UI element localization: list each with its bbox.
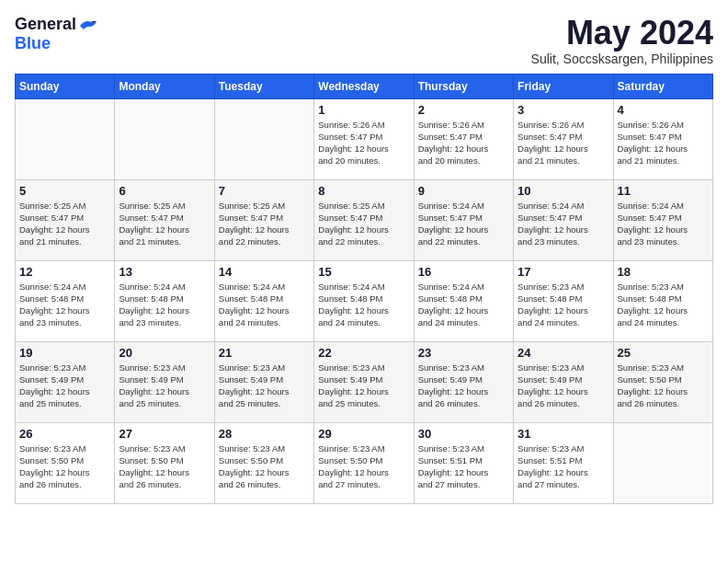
calendar-cell <box>613 422 712 503</box>
day-info: Sunrise: 5:24 AM Sunset: 5:48 PM Dayligh… <box>219 281 310 329</box>
calendar-cell <box>115 98 214 179</box>
calendar-cell <box>214 98 313 179</box>
day-number: 15 <box>318 265 409 279</box>
logo-blue: Blue <box>15 34 51 53</box>
calendar-cell: 22Sunrise: 5:23 AM Sunset: 5:49 PM Dayli… <box>314 341 414 422</box>
day-info: Sunrise: 5:24 AM Sunset: 5:47 PM Dayligh… <box>618 200 709 248</box>
calendar-cell: 2Sunrise: 5:26 AM Sunset: 5:47 PM Daylig… <box>414 98 513 179</box>
day-number: 9 <box>418 184 509 198</box>
day-info: Sunrise: 5:23 AM Sunset: 5:49 PM Dayligh… <box>518 362 609 410</box>
day-number: 23 <box>418 346 509 360</box>
day-info: Sunrise: 5:24 AM Sunset: 5:48 PM Dayligh… <box>19 281 110 329</box>
day-number: 8 <box>318 184 409 198</box>
day-number: 20 <box>119 346 210 360</box>
calendar-cell: 31Sunrise: 5:23 AM Sunset: 5:51 PM Dayli… <box>514 422 613 503</box>
calendar-cell: 8Sunrise: 5:25 AM Sunset: 5:47 PM Daylig… <box>314 179 414 260</box>
calendar-cell: 9Sunrise: 5:24 AM Sunset: 5:47 PM Daylig… <box>414 179 513 260</box>
day-number: 7 <box>219 184 310 198</box>
day-info: Sunrise: 5:24 AM Sunset: 5:48 PM Dayligh… <box>318 281 409 329</box>
header-row: SundayMondayTuesdayWednesdayThursdayFrid… <box>16 74 713 98</box>
calendar-cell: 14Sunrise: 5:24 AM Sunset: 5:48 PM Dayli… <box>214 260 313 341</box>
day-info: Sunrise: 5:23 AM Sunset: 5:49 PM Dayligh… <box>19 362 110 410</box>
day-info: Sunrise: 5:23 AM Sunset: 5:48 PM Dayligh… <box>618 281 709 329</box>
day-info: Sunrise: 5:23 AM Sunset: 5:50 PM Dayligh… <box>119 442 210 491</box>
calendar-cell: 23Sunrise: 5:23 AM Sunset: 5:49 PM Dayli… <box>414 341 513 422</box>
day-header: Monday <box>115 74 214 98</box>
calendar-cell <box>16 98 115 179</box>
calendar-cell: 20Sunrise: 5:23 AM Sunset: 5:49 PM Dayli… <box>115 341 214 422</box>
day-number: 18 <box>618 265 709 279</box>
logo-bird-icon <box>78 17 98 34</box>
day-info: Sunrise: 5:26 AM Sunset: 5:47 PM Dayligh… <box>418 119 509 167</box>
day-number: 11 <box>618 184 709 198</box>
day-header: Thursday <box>414 74 513 98</box>
title-block: May 2024 Sulit, Soccsksargen, Philippine… <box>531 15 713 66</box>
day-info: Sunrise: 5:23 AM Sunset: 5:50 PM Dayligh… <box>219 442 310 491</box>
day-info: Sunrise: 5:24 AM Sunset: 5:47 PM Dayligh… <box>418 200 509 248</box>
day-number: 31 <box>518 427 609 441</box>
calendar-table: SundayMondayTuesdayWednesdayThursdayFrid… <box>15 74 713 504</box>
day-info: Sunrise: 5:23 AM Sunset: 5:49 PM Dayligh… <box>418 362 509 410</box>
day-number: 10 <box>518 184 609 198</box>
day-info: Sunrise: 5:24 AM Sunset: 5:48 PM Dayligh… <box>418 281 509 329</box>
calendar-cell: 17Sunrise: 5:23 AM Sunset: 5:48 PM Dayli… <box>514 260 613 341</box>
day-info: Sunrise: 5:26 AM Sunset: 5:47 PM Dayligh… <box>518 119 609 167</box>
day-number: 25 <box>618 346 709 360</box>
day-info: Sunrise: 5:23 AM Sunset: 5:50 PM Dayligh… <box>19 442 110 491</box>
day-number: 27 <box>119 427 210 441</box>
day-header: Saturday <box>613 74 712 98</box>
day-info: Sunrise: 5:23 AM Sunset: 5:49 PM Dayligh… <box>318 362 409 410</box>
calendar-cell: 29Sunrise: 5:23 AM Sunset: 5:50 PM Dayli… <box>314 422 414 503</box>
calendar-cell: 5Sunrise: 5:25 AM Sunset: 5:47 PM Daylig… <box>16 179 115 260</box>
calendar-cell: 7Sunrise: 5:25 AM Sunset: 5:47 PM Daylig… <box>214 179 313 260</box>
day-info: Sunrise: 5:26 AM Sunset: 5:47 PM Dayligh… <box>318 119 409 167</box>
calendar-cell: 3Sunrise: 5:26 AM Sunset: 5:47 PM Daylig… <box>514 98 613 179</box>
day-number: 13 <box>119 265 210 279</box>
day-number: 12 <box>19 265 110 279</box>
day-number: 26 <box>19 427 110 441</box>
day-number: 24 <box>518 346 609 360</box>
day-header: Wednesday <box>314 74 414 98</box>
day-info: Sunrise: 5:24 AM Sunset: 5:47 PM Dayligh… <box>518 200 609 248</box>
page-header: General Blue May 2024 Sulit, Soccsksarge… <box>15 15 713 66</box>
calendar-cell: 12Sunrise: 5:24 AM Sunset: 5:48 PM Dayli… <box>16 260 115 341</box>
calendar-cell: 18Sunrise: 5:23 AM Sunset: 5:48 PM Dayli… <box>613 260 712 341</box>
calendar-cell: 19Sunrise: 5:23 AM Sunset: 5:49 PM Dayli… <box>16 341 115 422</box>
day-number: 19 <box>19 346 110 360</box>
calendar-cell: 27Sunrise: 5:23 AM Sunset: 5:50 PM Dayli… <box>115 422 214 503</box>
calendar-cell: 6Sunrise: 5:25 AM Sunset: 5:47 PM Daylig… <box>115 179 214 260</box>
calendar-cell: 10Sunrise: 5:24 AM Sunset: 5:47 PM Dayli… <box>514 179 613 260</box>
day-number: 16 <box>418 265 509 279</box>
calendar-cell: 24Sunrise: 5:23 AM Sunset: 5:49 PM Dayli… <box>514 341 613 422</box>
day-header: Sunday <box>16 74 115 98</box>
day-header: Tuesday <box>214 74 313 98</box>
day-number: 1 <box>318 103 409 117</box>
day-info: Sunrise: 5:25 AM Sunset: 5:47 PM Dayligh… <box>19 200 110 248</box>
day-info: Sunrise: 5:23 AM Sunset: 5:50 PM Dayligh… <box>618 362 709 410</box>
calendar-cell: 16Sunrise: 5:24 AM Sunset: 5:48 PM Dayli… <box>414 260 513 341</box>
day-info: Sunrise: 5:25 AM Sunset: 5:47 PM Dayligh… <box>219 200 310 248</box>
calendar-cell: 30Sunrise: 5:23 AM Sunset: 5:51 PM Dayli… <box>414 422 513 503</box>
day-number: 17 <box>518 265 609 279</box>
day-number: 14 <box>219 265 310 279</box>
calendar-week-row: 12Sunrise: 5:24 AM Sunset: 5:48 PM Dayli… <box>16 260 713 341</box>
day-number: 3 <box>518 103 609 117</box>
calendar-week-row: 26Sunrise: 5:23 AM Sunset: 5:50 PM Dayli… <box>16 422 713 503</box>
day-info: Sunrise: 5:23 AM Sunset: 5:48 PM Dayligh… <box>518 281 609 329</box>
calendar-week-row: 1Sunrise: 5:26 AM Sunset: 5:47 PM Daylig… <box>16 98 713 179</box>
day-number: 30 <box>418 427 509 441</box>
logo-general: General <box>15 15 76 34</box>
day-number: 29 <box>318 427 409 441</box>
day-info: Sunrise: 5:23 AM Sunset: 5:51 PM Dayligh… <box>418 442 509 491</box>
day-number: 5 <box>19 184 110 198</box>
calendar-cell: 25Sunrise: 5:23 AM Sunset: 5:50 PM Dayli… <box>613 341 712 422</box>
day-number: 28 <box>219 427 310 441</box>
calendar-week-row: 5Sunrise: 5:25 AM Sunset: 5:47 PM Daylig… <box>16 179 713 260</box>
day-info: Sunrise: 5:23 AM Sunset: 5:51 PM Dayligh… <box>518 442 609 491</box>
day-info: Sunrise: 5:24 AM Sunset: 5:48 PM Dayligh… <box>119 281 210 329</box>
month-title: May 2024 <box>531 15 713 52</box>
logo: General Blue <box>15 15 98 53</box>
calendar-cell: 13Sunrise: 5:24 AM Sunset: 5:48 PM Dayli… <box>115 260 214 341</box>
calendar-cell: 15Sunrise: 5:24 AM Sunset: 5:48 PM Dayli… <box>314 260 414 341</box>
day-info: Sunrise: 5:23 AM Sunset: 5:49 PM Dayligh… <box>119 362 210 410</box>
